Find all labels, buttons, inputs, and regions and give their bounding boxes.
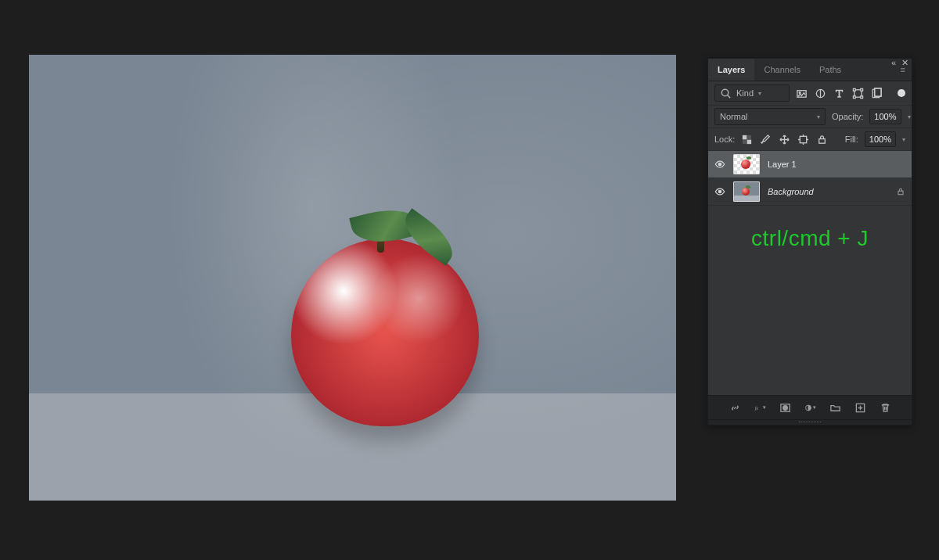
svg-rect-6 [853, 88, 855, 91]
shortcut-text: ctrl/cmd + J [751, 226, 869, 251]
close-icon[interactable]: ✕ [901, 58, 908, 68]
lock-artboard-icon[interactable] [797, 134, 809, 145]
svg-rect-15 [747, 135, 752, 139]
layer-row[interactable]: Background [708, 178, 912, 206]
blend-mode-value: Normal [720, 112, 747, 121]
lock-paint-icon[interactable] [760, 134, 772, 145]
layer-thumbnail[interactable] [733, 154, 760, 174]
svg-rect-21 [898, 191, 903, 195]
adjustment-layer-icon[interactable]: ▾ [804, 402, 816, 414]
lock-full-icon[interactable] [816, 134, 828, 145]
opacity-label: Opacity: [832, 112, 863, 121]
svg-point-0 [721, 89, 728, 95]
link-layers-icon[interactable] [729, 402, 741, 414]
visibility-icon[interactable] [714, 159, 725, 170]
new-layer-icon[interactable] [854, 402, 866, 414]
filter-kind-label: Kind [736, 88, 754, 98]
chevron-down-icon[interactable]: ▾ [908, 113, 911, 120]
chevron-down-icon[interactable]: ▾ [902, 136, 905, 143]
opacity-value: 100% [874, 112, 896, 121]
svg-rect-11 [875, 88, 881, 95]
fill-value: 100% [869, 135, 891, 144]
fill-value-field[interactable]: 100% [865, 131, 896, 147]
svg-rect-9 [861, 95, 863, 98]
image-apple [291, 239, 479, 426]
filter-type-icons [796, 88, 883, 99]
svg-rect-14 [747, 139, 752, 144]
filter-shape-icon[interactable] [852, 88, 864, 99]
filter-adjust-icon[interactable] [815, 88, 826, 99]
panel-tabs: Layers Channels Paths ≡ [708, 59, 912, 81]
svg-rect-8 [853, 95, 855, 98]
svg-point-3 [799, 92, 800, 93]
tab-channels[interactable]: Channels [754, 59, 809, 81]
delete-layer-icon[interactable] [880, 402, 891, 414]
lock-label: Lock: [714, 135, 735, 144]
blend-mode-dropdown[interactable]: Normal ▾ [714, 108, 826, 125]
svg-rect-7 [861, 88, 863, 91]
svg-rect-18 [819, 138, 826, 143]
shortcut-annotation-area: ctrl/cmd + J [708, 206, 912, 395]
svg-text:fx: fx [754, 405, 758, 411]
filter-kind-dropdown[interactable]: Kind ▾ [714, 84, 790, 102]
layer-style-icon[interactable]: fx▾ [754, 402, 766, 414]
visibility-icon[interactable] [714, 186, 725, 197]
layer-name[interactable]: Layer 1 [768, 160, 797, 169]
svg-point-19 [718, 163, 721, 166]
layer-mask-icon[interactable] [779, 402, 791, 414]
filter-smart-icon[interactable] [871, 88, 883, 99]
filter-type-icon[interactable] [833, 88, 845, 99]
layer-filter-row: Kind ▾ [708, 81, 912, 106]
svg-point-20 [718, 190, 721, 193]
filter-pixel-icon[interactable] [796, 88, 808, 99]
filter-toggle-dot[interactable] [898, 89, 905, 97]
layers-panel: « ✕ Layers Channels Paths ≡ Kind ▾ Norma… [707, 58, 912, 425]
layer-name[interactable]: Background [768, 187, 814, 196]
svg-rect-17 [800, 136, 807, 142]
panel-resize-grip[interactable] [708, 419, 912, 425]
layers-footer: fx▾ ▾ [708, 395, 912, 419]
svg-line-1 [728, 95, 730, 97]
svg-point-24 [782, 405, 787, 410]
blend-row: Normal ▾ Opacity: 100% ▾ [708, 106, 912, 128]
chevron-down-icon: ▾ [817, 113, 820, 120]
lock-move-icon[interactable] [779, 134, 790, 145]
document-canvas[interactable] [29, 55, 676, 501]
new-group-icon[interactable] [829, 402, 841, 414]
collapse-icon[interactable]: « [891, 58, 896, 68]
layers-list: Layer 1 Background [708, 151, 912, 206]
layer-row[interactable]: Layer 1 [708, 151, 912, 178]
tab-paths[interactable]: Paths [810, 59, 851, 81]
fill-label: Fill: [845, 135, 858, 144]
search-icon [720, 88, 732, 99]
svg-rect-13 [743, 135, 747, 139]
chevron-down-icon: ▾ [758, 90, 761, 97]
opacity-value-field[interactable]: 100% [869, 109, 901, 124]
lock-transparency-icon[interactable] [741, 134, 753, 145]
lock-icon [896, 187, 905, 196]
lock-row: Lock: Fill: 100% ▾ [708, 128, 912, 151]
tab-layers[interactable]: Layers [708, 59, 754, 81]
layer-thumbnail[interactable] [733, 181, 760, 202]
svg-rect-16 [743, 139, 747, 144]
lock-icons [741, 134, 828, 145]
